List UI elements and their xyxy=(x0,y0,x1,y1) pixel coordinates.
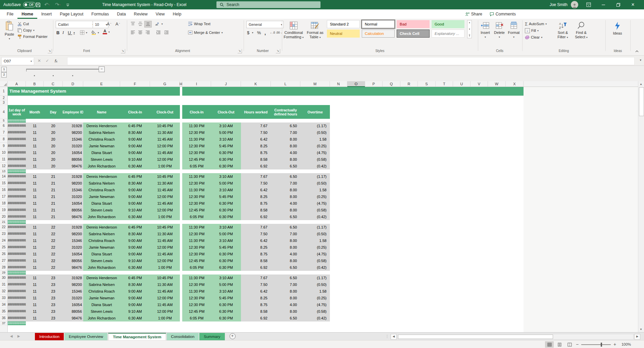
vertical-scrollbar[interactable]: ▲ ▼ xyxy=(638,81,644,332)
cell-contract-hours[interactable]: 7.00 xyxy=(271,180,300,187)
cell-employee-name[interactable]: Diana Stuart xyxy=(83,149,120,156)
zoom-in-button[interactable]: + xyxy=(613,342,616,347)
cell-clock-out-2[interactable]: 5:00 PM xyxy=(211,281,241,288)
cell-week-start[interactable]: ########### xyxy=(8,301,26,308)
row-header-34[interactable]: 34 xyxy=(0,301,8,308)
cell-clock-out-2[interactable]: 6:30 PM xyxy=(211,200,241,207)
cell-week-start[interactable]: ########### xyxy=(8,264,26,271)
cell-employee-name[interactable]: Jamie Newman xyxy=(83,193,120,200)
cell-day[interactable]: 21 xyxy=(44,180,63,187)
table-header-day[interactable]: Day xyxy=(44,105,63,119)
row-header-11[interactable]: 11 xyxy=(0,156,8,163)
cell-clock-out[interactable]: 11:45 AM xyxy=(150,136,180,143)
cell-overtime[interactable]: (0.42) xyxy=(300,315,330,321)
cell-employee-name[interactable]: Steven Lewis xyxy=(83,308,120,315)
align-right-button[interactable] xyxy=(144,30,151,36)
cell-employee-name[interactable]: Jamie Newman xyxy=(83,143,120,149)
table-header-clock-out[interactable]: Clock-Out xyxy=(211,105,241,119)
cell-overtime[interactable]: (0.42) xyxy=(300,163,330,169)
column-header-G[interactable]: G xyxy=(150,81,180,87)
scroll-up-icon[interactable]: ▲ xyxy=(640,83,642,86)
copy-button[interactable]: Copy ▾ xyxy=(17,27,35,33)
menu-tab-help[interactable]: Help xyxy=(169,9,186,19)
cell-hours-worked[interactable]: 8.75 xyxy=(241,301,271,308)
cell-month[interactable]: 11 xyxy=(26,207,44,213)
align-left-button[interactable] xyxy=(130,30,136,36)
cell-clock-out[interactable]: 12:00 PM xyxy=(150,308,180,315)
row-header-13[interactable]: 13 xyxy=(0,169,8,173)
column-header-L[interactable]: L xyxy=(271,81,300,87)
cell-month[interactable]: 11 xyxy=(26,180,44,187)
cell-hours-worked[interactable]: 6.92 xyxy=(241,264,271,271)
cell-day[interactable]: 21 xyxy=(44,207,63,213)
font-dialog-launcher[interactable]: ↘ xyxy=(121,49,125,53)
row-header-12[interactable]: 12 xyxy=(0,163,8,169)
save-button[interactable] xyxy=(36,0,41,9)
cell-employee-name[interactable]: Christina Roach xyxy=(83,136,120,143)
cell-contract-hours[interactable]: 8.00 xyxy=(271,237,300,244)
cell-clock-in-2[interactable]: 12:30 PM xyxy=(182,281,211,288)
row-header-9[interactable]: 9 xyxy=(0,143,8,149)
cell-day[interactable]: 20 xyxy=(44,156,63,163)
cell-month[interactable]: 11 xyxy=(26,163,44,169)
cell-overtime[interactable]: (0.50) xyxy=(300,281,330,288)
wrap-text-button[interactable]: Wrap Text xyxy=(188,21,210,27)
cell-clock-out-2[interactable]: 5:45 PM xyxy=(211,193,241,200)
cell-style-good[interactable]: Good xyxy=(432,20,464,28)
cell-employee-id[interactable]: 16054 xyxy=(63,251,83,257)
sheet-nav-left-icon[interactable]: ◀ xyxy=(10,334,13,338)
cell-day[interactable]: 21 xyxy=(44,200,63,207)
cell-hours-worked[interactable]: 7.50 xyxy=(241,281,271,288)
cell-employee-id[interactable]: 88056 xyxy=(63,207,83,213)
cell-clock-out-2[interactable]: 3:10 AM xyxy=(211,173,241,180)
horizontal-scroll-thumb[interactable] xyxy=(398,335,553,339)
cell-week-start[interactable]: ########### xyxy=(8,275,26,281)
cell-clock-in-2[interactable]: 12:30 PM xyxy=(182,251,211,257)
percent-style-button[interactable]: % xyxy=(257,30,261,36)
cell-clock-in[interactable]: 9:00 AM xyxy=(120,288,150,295)
cell-clock-in[interactable]: 6:30 AM xyxy=(120,264,150,271)
cell-overtime[interactable]: 1.58 xyxy=(300,288,330,295)
top-align-button[interactable] xyxy=(130,21,136,27)
cell-clock-out[interactable]: 10:45 PM xyxy=(150,122,180,129)
cell-clock-out[interactable]: 11:45 AM xyxy=(150,288,180,295)
cell-style-standard-2[interactable]: Standard 2 xyxy=(327,20,360,28)
cell-overtime[interactable]: (0.25) xyxy=(300,295,330,301)
cell-week-start[interactable]: ########### xyxy=(8,129,26,136)
cell-week-start[interactable]: ########### xyxy=(8,207,26,213)
number-format-select[interactable]: General▾ xyxy=(246,21,284,28)
cell-day[interactable]: 21 xyxy=(44,187,63,193)
cell-contract-hours[interactable]: 6.50 xyxy=(271,173,300,180)
cell-employee-id[interactable]: 98200 xyxy=(63,180,83,187)
cell-clock-in[interactable]: 6:30 AM xyxy=(120,163,150,169)
cell-week-start[interactable]: ########### xyxy=(8,156,26,163)
cell-overtime[interactable]: (0.58) xyxy=(300,257,330,264)
cell-week-start[interactable]: ########### xyxy=(8,237,26,244)
minimize-button[interactable] xyxy=(598,0,608,9)
cell-clock-in[interactable]: 9:10 AM xyxy=(120,156,150,163)
table-header-overtime[interactable]: Overtime xyxy=(300,105,330,119)
delete-cells-button[interactable]: Delete ▾ xyxy=(493,20,506,48)
cell-contract-hours[interactable]: 4.00 xyxy=(271,301,300,308)
zoom-slider-thumb[interactable] xyxy=(601,343,602,347)
row-header-33[interactable]: 33 xyxy=(0,295,8,301)
cell-contract-hours[interactable]: 8.00 xyxy=(271,257,300,264)
cell-week-start[interactable]: ########### xyxy=(8,173,26,180)
cell-month[interactable]: 11 xyxy=(26,129,44,136)
menu-tab-insert[interactable]: Insert xyxy=(37,9,56,19)
cell-clock-out[interactable]: 11:45 AM xyxy=(150,200,180,207)
row-header-35[interactable]: 35 xyxy=(0,308,8,315)
cell-clock-in-2[interactable]: 12:45 PM xyxy=(182,156,211,163)
cell-clock-out-2[interactable]: 6:30 PM xyxy=(211,264,241,271)
cell-employee-id[interactable]: 31020 xyxy=(63,295,83,301)
cell-employee-id[interactable]: 98200 xyxy=(63,231,83,237)
cell-clock-in-2[interactable]: 12:45 PM xyxy=(182,207,211,213)
gallery-scrollbar[interactable]: ▴ ▾ ▾ xyxy=(467,20,472,38)
cell-contract-hours[interactable]: 4.00 xyxy=(271,149,300,156)
cell-clock-in-2[interactable]: 12:30 PM xyxy=(182,193,211,200)
cell-hours-worked[interactable]: 6.42 xyxy=(241,136,271,143)
cell-contract-hours[interactable]: 8.00 xyxy=(271,143,300,149)
cell-employee-id[interactable]: 16054 xyxy=(63,301,83,308)
cell-day[interactable]: 21 xyxy=(44,213,63,220)
increase-decimal-button[interactable]: ←.0 xyxy=(270,30,275,36)
